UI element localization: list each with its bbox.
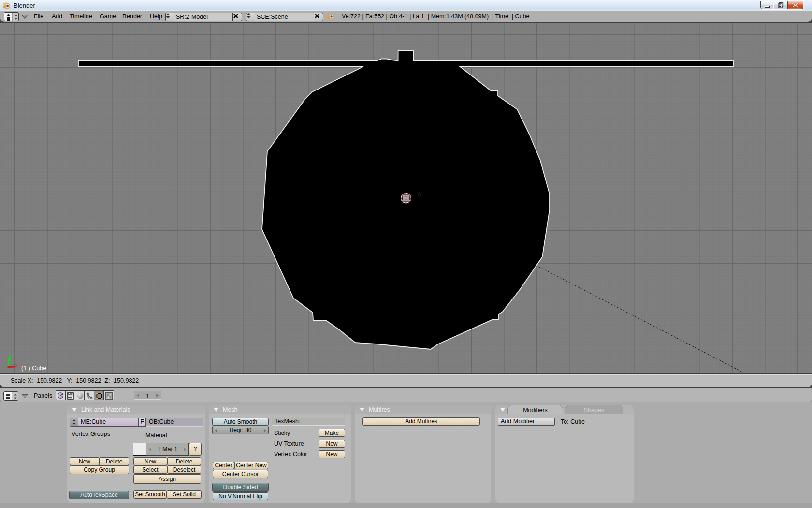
svg-text:x: x [15, 362, 18, 368]
svg-text:(1 ) Cube: (1 ) Cube [21, 365, 46, 372]
